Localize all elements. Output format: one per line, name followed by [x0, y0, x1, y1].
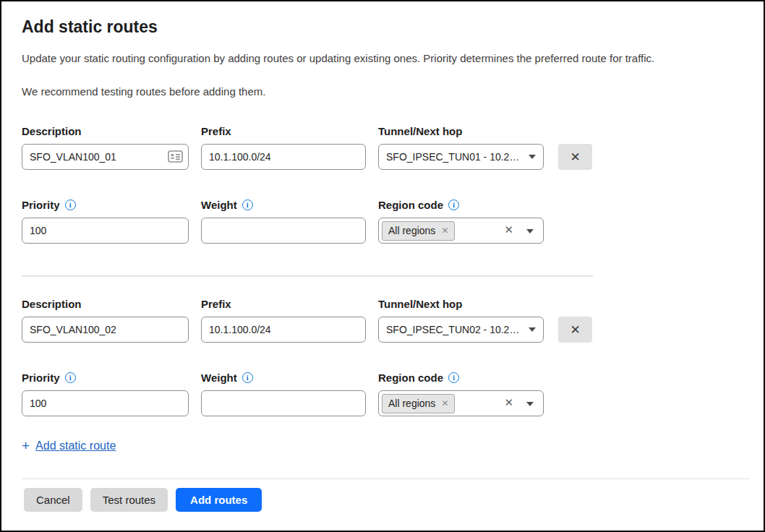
info-icon[interactable]: i: [448, 200, 459, 210]
dialog-recommendation: We recommend testing routes before addin…: [22, 85, 743, 98]
weight-label-text: Weight: [201, 199, 237, 211]
tunnel-label: Tunnel/Next hop: [378, 297, 544, 311]
region-code-label: Region code i: [378, 198, 544, 212]
weight-label-text: Weight: [201, 372, 237, 384]
tunnel-next-hop-select-1[interactable]: SFO_IPSEC_TUN01 - 10.25...: [378, 144, 544, 170]
weight-label: Weight i: [201, 198, 366, 212]
chevron-down-icon: [526, 229, 534, 233]
page-title: Add static routes: [22, 17, 743, 37]
chip-remove-icon[interactable]: ✕: [441, 398, 448, 408]
region-code-field-1: Region code i All regions ✕ ✕: [378, 198, 544, 244]
contact-card-icon: [168, 150, 183, 163]
add-static-route-link[interactable]: + Add static route: [22, 438, 116, 454]
info-icon[interactable]: i: [242, 372, 253, 383]
add-static-route-label: Add static route: [35, 439, 116, 452]
region-code-label-text: Region code: [378, 372, 443, 384]
footer-divider: [22, 479, 750, 479]
weight-field-1: Weight i: [201, 198, 366, 244]
remove-route-button-2[interactable]: ✕: [558, 317, 592, 343]
plus-icon: +: [22, 438, 30, 454]
priority-label-text: Priority: [22, 372, 60, 384]
route-group-1: Description: [22, 124, 743, 244]
region-chip-label: All regions: [388, 398, 435, 409]
info-icon[interactable]: i: [65, 372, 76, 383]
info-icon[interactable]: i: [242, 200, 253, 210]
chevron-down-icon: [529, 155, 536, 159]
priority-input-2[interactable]: [22, 390, 189, 416]
clear-icon[interactable]: ✕: [504, 397, 513, 408]
description-input-2[interactable]: [22, 317, 189, 343]
region-code-label: Region code i: [378, 371, 544, 385]
dialog-description: Update your static routing configuration…: [22, 52, 743, 64]
tunnel-field-2: Tunnel/Next hop SFO_IPSEC_TUN02 - 10.25.…: [378, 297, 544, 343]
weight-input-2[interactable]: [201, 390, 366, 416]
cancel-button[interactable]: Cancel: [24, 488, 82, 512]
description-label: Description: [22, 297, 189, 311]
weight-label: Weight i: [201, 371, 366, 385]
route-1-main-row: Description: [22, 124, 743, 170]
tunnel-selected-value: SFO_IPSEC_TUN01 - 10.25...: [386, 151, 523, 163]
region-code-field-2: Region code i All regions ✕ ✕: [378, 371, 544, 416]
region-chip-label: All regions: [388, 225, 435, 236]
priority-input-1[interactable]: [22, 218, 189, 244]
tunnel-selected-value: SFO_IPSEC_TUN02 - 10.25...: [386, 324, 523, 335]
info-icon[interactable]: i: [65, 200, 76, 210]
info-icon[interactable]: i: [448, 372, 459, 383]
description-input-1[interactable]: [22, 144, 189, 170]
tunnel-label: Tunnel/Next hop: [378, 124, 544, 138]
prefix-label: Prefix: [201, 124, 366, 138]
prefix-field-2: Prefix: [201, 297, 366, 343]
description-field-1: Description: [22, 124, 189, 170]
region-code-select-2[interactable]: All regions ✕ ✕: [378, 390, 544, 416]
close-icon: ✕: [570, 150, 580, 165]
prefix-label: Prefix: [201, 297, 366, 311]
prefix-input-2[interactable]: [201, 317, 366, 343]
remove-route-button-1[interactable]: ✕: [558, 144, 592, 170]
priority-label: Priority i: [22, 198, 189, 212]
region-chip: All regions ✕: [382, 221, 455, 241]
chevron-down-icon: [526, 402, 534, 406]
tunnel-next-hop-select-2[interactable]: SFO_IPSEC_TUN02 - 10.25...: [378, 317, 544, 343]
prefix-field-1: Prefix: [201, 124, 366, 170]
dialog-footer: Cancel Test routes Add routes: [1, 479, 764, 531]
add-routes-button[interactable]: Add routes: [176, 488, 262, 512]
prefix-input-1[interactable]: [201, 144, 366, 170]
priority-field-2: Priority i: [22, 371, 189, 416]
description-label: Description: [22, 124, 189, 138]
tunnel-field-1: Tunnel/Next hop SFO_IPSEC_TUN01 - 10.25.…: [378, 124, 544, 170]
region-code-label-text: Region code: [378, 199, 443, 211]
route-group-divider: [22, 275, 593, 277]
route-group-2: Description Prefix Tunnel/Next hop SFO_I…: [22, 297, 743, 416]
weight-input-1[interactable]: [201, 218, 366, 244]
priority-field-1: Priority i: [22, 198, 189, 244]
region-code-select-1[interactable]: All regions ✕ ✕: [378, 218, 544, 244]
priority-label: Priority i: [22, 371, 189, 385]
route-2-options-row: Priority i Weight i Region code i: [22, 371, 743, 416]
chevron-down-icon: [529, 327, 536, 332]
weight-field-2: Weight i: [201, 371, 366, 416]
region-chip: All regions ✕: [382, 394, 455, 413]
clear-icon[interactable]: ✕: [504, 224, 513, 235]
description-field-2: Description: [22, 297, 189, 343]
test-routes-button[interactable]: Test routes: [90, 488, 168, 512]
route-1-options-row: Priority i Weight i Region code i: [22, 198, 743, 244]
route-2-main-row: Description Prefix Tunnel/Next hop SFO_I…: [22, 297, 743, 343]
priority-label-text: Priority: [22, 199, 60, 211]
chip-remove-icon[interactable]: ✕: [441, 226, 448, 236]
close-icon: ✕: [570, 322, 580, 338]
add-static-routes-dialog: Add static routes Update your static rou…: [1, 1, 764, 454]
